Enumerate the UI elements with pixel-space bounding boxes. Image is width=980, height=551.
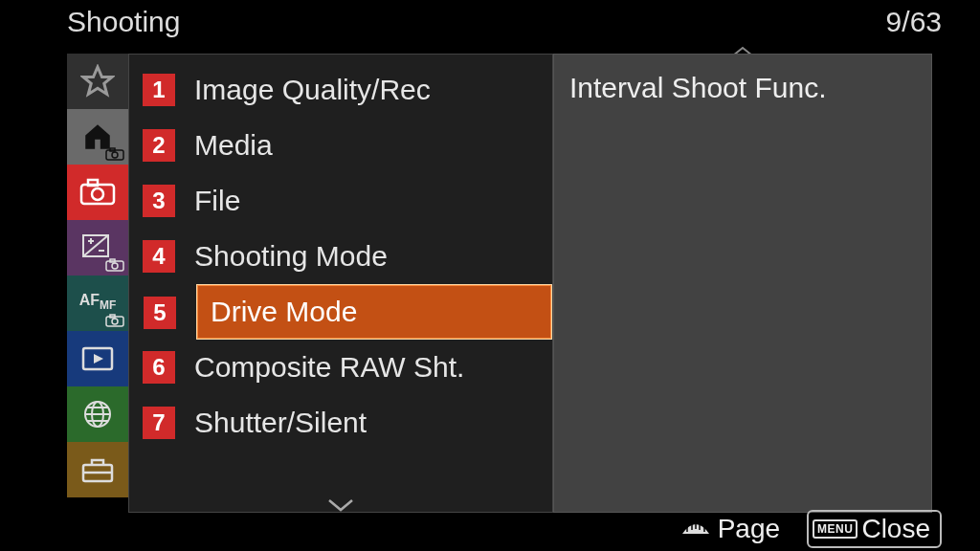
close-button-label: Close xyxy=(861,514,930,544)
svg-marker-0 xyxy=(83,67,112,95)
menu-item-label: Shooting Mode xyxy=(194,240,388,273)
menu-number-badge: 4 xyxy=(143,240,175,273)
close-button[interactable]: MENU Close xyxy=(807,510,942,548)
page-title: Shooting xyxy=(67,6,180,38)
page-hint: Page xyxy=(679,514,780,544)
footer-bar: Page MENU Close xyxy=(0,511,980,547)
play-icon xyxy=(80,345,115,372)
afmf-icon: AFMF xyxy=(79,294,117,312)
menu-item-label: Image Quality/Rec xyxy=(194,74,431,106)
svg-line-8 xyxy=(83,235,108,256)
page-hint-label: Page xyxy=(718,514,780,544)
menu-number-badge: 3 xyxy=(143,185,175,217)
tab-main[interactable] xyxy=(67,109,128,165)
menu-item-shutter-silent[interactable]: 7 Shutter/Silent xyxy=(129,395,552,451)
camera-badge-icon xyxy=(105,258,124,272)
menu-item-file[interactable]: 3 File xyxy=(129,173,552,229)
menu-number-badge: 7 xyxy=(143,407,175,439)
menu-item-label: Composite RAW Sht. xyxy=(194,351,464,384)
tab-shooting[interactable] xyxy=(67,165,128,220)
menu-item-label: Media xyxy=(194,129,273,162)
menu-item-media[interactable]: 2 Media xyxy=(129,118,552,173)
svg-point-2 xyxy=(112,152,118,158)
dial-icon xyxy=(679,514,712,544)
tab-playback[interactable] xyxy=(67,331,128,386)
globe-icon xyxy=(81,398,114,430)
svg-rect-6 xyxy=(88,180,98,186)
toolbox-icon xyxy=(80,455,115,484)
tab-exposure[interactable] xyxy=(67,220,128,276)
camera-badge-icon xyxy=(105,147,124,161)
menu-item-label: File xyxy=(194,185,240,217)
menu-number-badge: 1 xyxy=(143,74,175,106)
camera-badge-icon xyxy=(105,314,124,327)
svg-marker-19 xyxy=(94,354,103,364)
svg-point-16 xyxy=(112,319,118,324)
tab-favorites[interactable] xyxy=(67,54,128,109)
detail-item[interactable]: Interval Shoot Func. xyxy=(569,72,826,103)
menu-item-drive-mode[interactable]: 5 Drive Mode xyxy=(196,284,552,340)
menu-item-shooting-mode[interactable]: 4 Shooting Mode xyxy=(129,229,552,284)
menu-number-badge: 5 xyxy=(144,297,176,329)
menu-button-badge: MENU xyxy=(813,519,858,539)
menu-number-badge: 2 xyxy=(143,129,175,162)
menu-item-image-quality[interactable]: 1 Image Quality/Rec xyxy=(129,62,552,118)
menu-number-badge: 6 xyxy=(143,351,175,384)
menu-item-label: Shutter/Silent xyxy=(194,407,367,439)
detail-panel: Interval Shoot Func. xyxy=(553,54,932,513)
star-icon xyxy=(80,64,115,99)
menu-list: 1 Image Quality/Rec 2 Media 3 File 4 Sho… xyxy=(128,54,553,513)
svg-point-5 xyxy=(92,188,103,200)
tab-focus[interactable]: AFMF xyxy=(67,276,128,331)
camera-icon xyxy=(78,178,117,207)
tab-network[interactable] xyxy=(67,386,128,442)
menu-item-label: Drive Mode xyxy=(211,296,357,328)
svg-point-13 xyxy=(112,263,118,269)
tab-setup[interactable] xyxy=(67,442,128,497)
page-indicator: 9/63 xyxy=(886,6,942,38)
category-tabs: AFMF xyxy=(67,54,128,497)
menu-item-composite-raw[interactable]: 6 Composite RAW Sht. xyxy=(129,340,552,395)
